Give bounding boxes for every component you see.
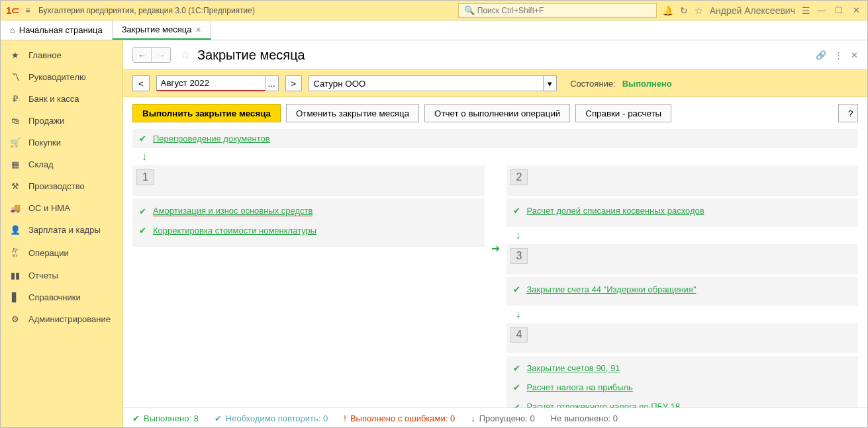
- grid-icon: ▦: [10, 159, 21, 169]
- step-link-cost[interactable]: Корректировка стоимости номенклатуры: [153, 226, 316, 235]
- gear-icon: ⚙: [10, 314, 21, 324]
- status-bar: ✔Выполнено: 8 ✔Необходимо повторить: 0 !…: [123, 407, 867, 428]
- tab-home[interactable]: ⌂ Начальная страница: [1, 21, 113, 40]
- check-icon: ✔: [139, 226, 146, 235]
- arrow-down-icon: ↓: [516, 308, 859, 320]
- back-button[interactable]: ←: [133, 48, 152, 62]
- period-picker-button[interactable]: ...: [265, 75, 279, 91]
- block-4-header: 4: [506, 323, 859, 353]
- step-cost: ✔ Корректировка стоимости номенклатуры: [139, 221, 478, 240]
- forward-button[interactable]: →: [152, 48, 170, 62]
- execute-button[interactable]: Выполнить закрытие месяца: [132, 104, 281, 122]
- person-icon: 👤: [10, 225, 21, 235]
- favorite-icon[interactable]: ☆: [180, 48, 191, 62]
- arrow-down-icon: ↓: [516, 230, 859, 241]
- cancel-button[interactable]: Отменить закрытие месяца: [286, 104, 419, 122]
- star-filled-icon: ★: [10, 50, 21, 60]
- star-icon[interactable]: ☆: [695, 5, 703, 16]
- block-2-num: 2: [510, 169, 528, 185]
- sidebar-item-assets[interactable]: 🚚ОС и НМА: [1, 197, 122, 219]
- block-3-header: 3: [506, 244, 859, 275]
- stat-notdone: Не выполнено: 0: [551, 413, 618, 423]
- more-icon[interactable]: ⋮: [834, 50, 843, 60]
- home-icon: ⌂: [10, 25, 15, 35]
- sidebar-item-sales[interactable]: 🛍Продажи: [1, 110, 122, 132]
- tab-close-icon[interactable]: ×: [195, 24, 201, 35]
- block-1-num: 1: [136, 169, 154, 185]
- app-logo: 1⊂: [6, 5, 20, 17]
- menu-icon[interactable]: ≡: [25, 5, 30, 15]
- org-input[interactable]: [309, 75, 544, 91]
- truck-icon: 🚚: [10, 203, 21, 213]
- sidebar-item-hr[interactable]: 👤Зарплата и кадры: [1, 219, 122, 241]
- step-close9091: ✔ Закрытие счетов 90, 91: [513, 359, 852, 378]
- nav-back-forward: ← →: [132, 47, 171, 63]
- bell-icon[interactable]: 🔔: [662, 5, 673, 16]
- step-link-profit-tax[interactable]: Расчет налога на прибыль: [527, 382, 633, 392]
- repeat-icon: ✔: [215, 413, 222, 423]
- stat-errors: Выполнено с ошибками: 0: [350, 413, 455, 423]
- status-value: Выполнено: [622, 79, 672, 89]
- maximize-button[interactable]: ☐: [833, 5, 845, 15]
- settings-icon[interactable]: ☰: [802, 5, 810, 16]
- tab-active-label: Закрытие месяца: [122, 24, 192, 34]
- skip-icon: ↓: [471, 413, 475, 423]
- step-link-close44[interactable]: Закрытие счета 44 "Издержки обращения": [527, 284, 697, 294]
- app-title: Бухгалтерия предприятия, редакция 3.0 (1…: [38, 6, 255, 15]
- titlebar: 1⊂ ≡ Бухгалтерия предприятия, редакция 3…: [1, 1, 867, 21]
- step-link-reposting[interactable]: Перепроведение документов: [153, 134, 270, 144]
- user-name[interactable]: Андрей Алексеевич: [710, 5, 795, 16]
- close-button[interactable]: ✕: [850, 5, 862, 15]
- action-bar: Выполнить закрытие месяца Отменить закры…: [123, 97, 867, 129]
- sidebar-item-bank[interactable]: ₽Банк и касса: [1, 88, 122, 110]
- sidebar-item-manager[interactable]: 〽Руководителю: [1, 66, 122, 88]
- bag-icon: 🛍: [10, 116, 21, 126]
- period-prev-button[interactable]: <: [132, 75, 150, 91]
- sidebar-item-refs[interactable]: ▋Справочники: [1, 286, 122, 308]
- refs-button[interactable]: Справки - расчеты: [575, 104, 671, 122]
- block-3-num: 3: [510, 248, 528, 264]
- stat-done: Выполнено: 8: [144, 413, 199, 423]
- sidebar-item-purchases[interactable]: 🛒Покупки: [1, 132, 122, 153]
- tab-active[interactable]: Закрытие месяца ×: [113, 21, 211, 40]
- check-icon: ✔: [139, 206, 146, 216]
- report-button[interactable]: Отчет о выполнении операций: [424, 104, 570, 122]
- stat-repeat: Необходимо повторить: 0: [226, 413, 328, 423]
- factory-icon: ⚒: [10, 181, 21, 191]
- status-label: Состояние:: [570, 79, 615, 89]
- sidebar-item-admin[interactable]: ⚙Администрирование: [1, 308, 122, 330]
- sidebar-item-warehouse[interactable]: ▦Склад: [1, 153, 122, 175]
- sidebar-item-operations[interactable]: ДтКтОперации: [1, 241, 122, 265]
- arrow-down-icon: ↓: [142, 151, 858, 163]
- sidebar-item-main[interactable]: ★Главное: [1, 44, 122, 66]
- history-icon[interactable]: ↻: [680, 5, 688, 16]
- search-icon: 🔍: [464, 5, 475, 15]
- step-link-amort[interactable]: Амортизация и износ основных средств: [153, 206, 313, 216]
- steps-area: ✔ Перепроведение документов ↓ 1 ✔ Аморти…: [123, 129, 867, 428]
- dtkt-icon: ДтКт: [10, 247, 21, 259]
- close-page-icon[interactable]: ✕: [851, 50, 858, 60]
- sidebar-item-production[interactable]: ⚒Производство: [1, 175, 122, 197]
- check-icon: ✔: [513, 363, 520, 373]
- search-box[interactable]: 🔍: [458, 3, 657, 18]
- step-indirect: ✔ Расчет долей списания косвенных расход…: [513, 201, 852, 220]
- period-input[interactable]: [156, 75, 265, 91]
- period-next-button[interactable]: >: [285, 75, 303, 91]
- help-button[interactable]: ?: [838, 104, 858, 122]
- content-area: ← → ☆ Закрытие месяца 🔗 ⋮ ✕ < ... > ▾ Со…: [123, 40, 867, 428]
- check-icon: ✔: [513, 206, 520, 216]
- org-dropdown-button[interactable]: ▾: [544, 75, 557, 91]
- step-profit-tax: ✔ Расчет налога на прибыль: [513, 378, 852, 397]
- minimize-button[interactable]: —: [816, 5, 828, 15]
- step-amort: ✔ Амортизация и износ основных средств: [139, 201, 478, 221]
- sidebar-item-reports[interactable]: ▮▮Отчеты: [1, 265, 122, 286]
- step-link-close9091[interactable]: Закрытие счетов 90, 91: [527, 363, 620, 373]
- cart-icon: 🛒: [10, 138, 21, 148]
- tab-bar: ⌂ Начальная страница Закрытие месяца ×: [1, 21, 867, 40]
- chart-icon: 〽: [10, 72, 21, 82]
- step-link-indirect[interactable]: Расчет долей списания косвенных расходов: [527, 206, 704, 216]
- search-input[interactable]: [477, 6, 651, 15]
- book-icon: ▋: [10, 292, 21, 302]
- bars-icon: ▮▮: [10, 271, 21, 280]
- link-icon[interactable]: 🔗: [816, 50, 826, 60]
